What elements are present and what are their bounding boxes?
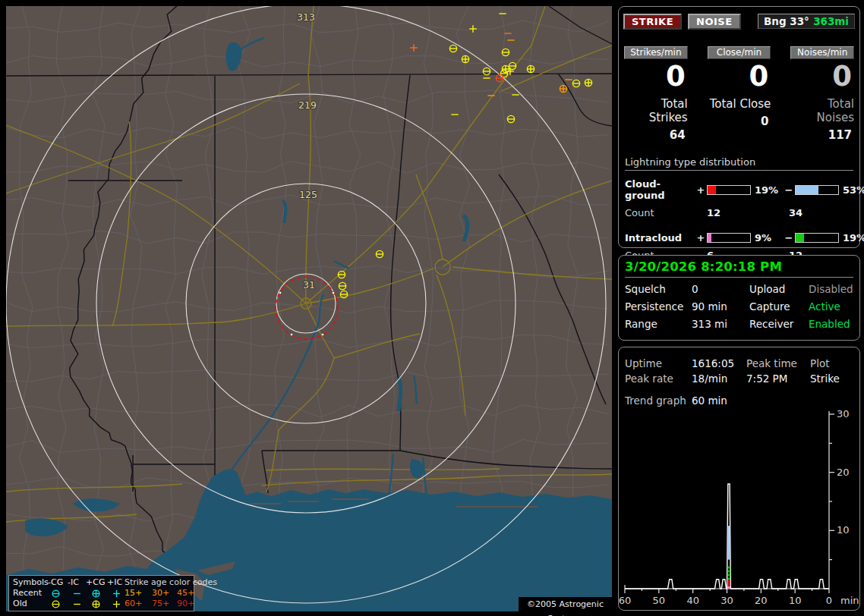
legend-label-old: Old <box>13 599 27 609</box>
persistence-value: 90 min <box>692 300 749 313</box>
total-close-label: Total Close <box>708 97 771 111</box>
total-strikes-label: Total Strikes <box>624 97 688 124</box>
svg-text:30: 30 <box>837 408 850 420</box>
bearing-distance: 363mi <box>813 15 849 27</box>
ic-plus-percent: 9% <box>751 232 783 244</box>
close-column: Close/min 0 Total Close 0 <box>708 46 771 142</box>
legend-header-row: Symbols-CG-IC+CG+ICStrike age color code… <box>9 577 194 588</box>
strike-symbol-cm <box>52 601 59 608</box>
map-legend: Symbols-CG-IC+CG+ICStrike age color code… <box>8 575 194 611</box>
cg-plus-percent: 19% <box>751 184 783 196</box>
cg-minus-count: 34 <box>789 207 853 218</box>
squelch-label: Squelch <box>625 283 692 295</box>
legend-header-cg: -CG <box>48 577 63 588</box>
status-panel: 3/20/2026 8:20:18 PM Squelch 0 Upload Di… <box>618 255 860 341</box>
lightning-type-distribution: Lightning type distribution Cloud-ground… <box>625 156 853 261</box>
strike-stats-panel: STRIKE NOISE Bng 33° 363mi Strikes/min 0… <box>618 6 860 248</box>
uptime-label: Uptime <box>625 357 692 369</box>
cg-minus-bar <box>795 185 839 195</box>
cg-plus-count: 12 <box>707 207 789 218</box>
ring-label-219: 219 <box>298 99 317 111</box>
legend-row-recent: Recent15+30+45+ <box>9 588 194 599</box>
rate-columns: Strikes/min 0 Total Strikes 64 Close/min… <box>619 46 859 142</box>
ring-label-31: 31 <box>303 279 315 291</box>
legend-age-75plus: 75+ <box>152 599 169 609</box>
capture-status: Active <box>809 300 853 313</box>
close-per-min-chip: Close/min <box>708 46 771 59</box>
map-canvas[interactable]: 31321912531 <box>6 6 612 611</box>
strike-symbol-cp <box>93 590 99 597</box>
distribution-header: Lightning type distribution <box>625 156 853 171</box>
ring-label-125: 125 <box>299 189 317 200</box>
persistence-label: Persistence <box>625 300 692 313</box>
svg-text:60: 60 <box>619 595 631 606</box>
trend-graph-row: Trend graph 60 min <box>625 394 853 407</box>
capture-label: Capture <box>749 300 809 313</box>
minus-sign: − <box>783 232 795 244</box>
strike-mode-button[interactable]: STRIKE <box>623 14 682 30</box>
bearing-label: Bng 33° <box>764 15 809 27</box>
svg-text:min: min <box>840 595 859 606</box>
upload-label: Upload <box>749 283 809 295</box>
strike-symbol-p <box>113 590 120 597</box>
svg-text:0: 0 <box>826 595 832 606</box>
range-label: Range <box>625 318 692 330</box>
plot-label: Plot <box>810 357 853 369</box>
strike-symbol-cp <box>93 601 99 608</box>
legend-age-30plus: 30+ <box>152 588 169 599</box>
strikes-per-min-chip: Strikes/min <box>624 46 688 59</box>
plus-sign: + <box>695 184 707 196</box>
legend-row-old: Old60+75+90+ <box>9 599 194 609</box>
legend-header-symbols: Symbols <box>13 577 49 588</box>
close-per-min-value: 0 <box>708 62 771 90</box>
intracloud-label: Intracloud <box>625 232 695 244</box>
mode-toolbar: STRIKE NOISE Bng 33° 363mi <box>619 7 859 30</box>
copyright-label: ©2005 Astrogenic Systems <box>519 597 612 611</box>
receiver-label: Receiver <box>749 318 809 330</box>
total-close-value: 0 <box>708 115 771 128</box>
receiver-status: Enabled <box>809 318 853 330</box>
plot-type-value: Strike <box>810 372 853 385</box>
peak-time-value: 7:52 PM <box>746 372 810 385</box>
legend-header-cg: +CG <box>86 577 105 588</box>
cg-minus-percent: 53% <box>839 184 864 196</box>
series-total-strike-rate <box>625 484 829 589</box>
legend-header-ic: +IC <box>107 577 122 588</box>
cloud-ground-label: Cloud-ground <box>625 178 695 201</box>
strike-symbol-p <box>113 601 120 608</box>
uptime-value: 1616:05 <box>692 357 746 369</box>
svg-text:40: 40 <box>686 595 699 606</box>
intracloud-row: Intracloud + 9% − 19% <box>625 232 853 244</box>
noises-per-min-chip: Noises/min <box>790 46 854 59</box>
noises-per-min-value: 0 <box>790 62 854 90</box>
trend-panel: Uptime 1616:05 Peak time Plot Peak rate … <box>618 347 860 611</box>
strikes-column: Strikes/min 0 Total Strikes 64 <box>624 46 688 142</box>
clock-display: 3/20/2026 8:20:18 PM <box>625 259 853 278</box>
strikes-per-min-value: 0 <box>624 62 688 90</box>
legend-age-90plus: 90+ <box>177 599 194 609</box>
svg-text:20: 20 <box>755 595 768 606</box>
cloud-ground-row: Cloud-ground + 19% − 53% <box>625 178 853 201</box>
status-row: Persistence 90 min Capture Active <box>625 300 853 313</box>
legend-header-ic: -IC <box>68 577 79 588</box>
plus-sign: + <box>695 232 707 244</box>
peak-rate-label: Peak rate <box>625 372 692 385</box>
legend-age-15plus: 15+ <box>125 588 142 599</box>
ic-plus-bar <box>707 233 751 243</box>
strike-symbol-cp <box>560 85 567 93</box>
noise-mode-button[interactable]: NOISE <box>688 14 741 30</box>
upload-status: Disabled <box>809 283 853 295</box>
peak-rate-value: 18/min <box>692 372 746 385</box>
squelch-value: 0 <box>692 283 749 295</box>
cg-plus-bar <box>707 185 751 195</box>
svg-text:10: 10 <box>789 595 802 606</box>
trend-graph-window: 60 min <box>692 394 853 407</box>
total-noises-label: Total Noises <box>790 97 854 124</box>
ring-label-313: 313 <box>297 11 315 23</box>
ic-minus-percent: 19% <box>839 232 864 244</box>
svg-text:20: 20 <box>837 467 850 478</box>
app-window: 31321912531 Symbols-CG-IC+CG+ICStrike ag… <box>0 0 864 616</box>
status-row: Squelch 0 Upload Disabled <box>625 283 853 295</box>
legend-age-header: Strike age color codes <box>125 577 217 588</box>
total-noises-value: 117 <box>790 128 854 142</box>
